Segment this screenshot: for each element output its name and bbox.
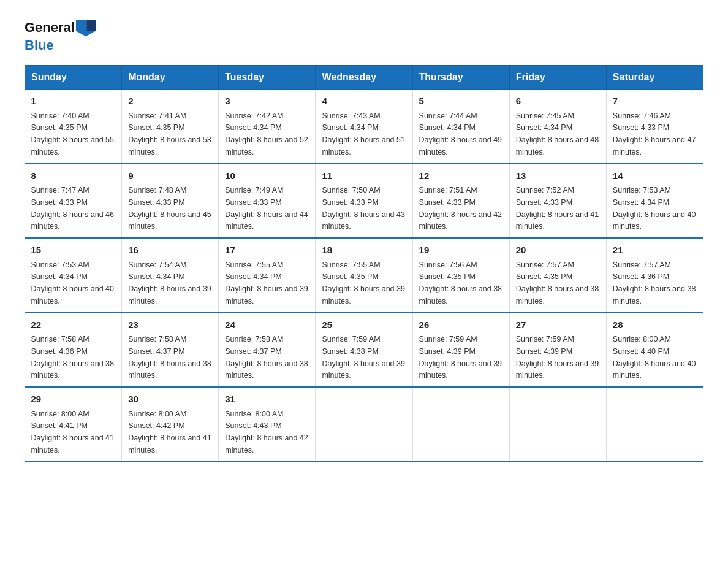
day-cell: 16Sunrise: 7:54 AMSunset: 4:34 PMDayligh…	[122, 238, 219, 313]
sunset-info: Sunset: 4:34 PM	[225, 123, 281, 132]
sunset-info: Sunset: 4:39 PM	[516, 347, 572, 356]
sunset-info: Sunset: 4:39 PM	[419, 347, 476, 356]
daylight-info: Daylight: 8 hours and 41 minutes.	[31, 434, 115, 454]
week-row-4: 22Sunrise: 7:58 AMSunset: 4:36 PMDayligh…	[25, 313, 703, 388]
day-cell: 26Sunrise: 7:59 AMSunset: 4:39 PMDayligh…	[412, 313, 509, 388]
sunrise-info: Sunrise: 7:57 AM	[613, 261, 671, 269]
sunset-info: Sunset: 4:33 PM	[31, 198, 88, 207]
sunset-info: Sunset: 4:34 PM	[128, 272, 184, 281]
day-cell: 3Sunrise: 7:42 AMSunset: 4:34 PMDaylight…	[219, 90, 316, 164]
day-cell: 29Sunrise: 8:00 AMSunset: 4:41 PMDayligh…	[25, 387, 122, 462]
day-cell: 19Sunrise: 7:56 AMSunset: 4:35 PMDayligh…	[412, 238, 509, 313]
sunrise-info: Sunrise: 7:53 AM	[31, 261, 89, 269]
sunset-info: Sunset: 4:35 PM	[419, 272, 476, 281]
day-number: 9	[128, 169, 212, 183]
sunrise-info: Sunrise: 7:41 AM	[128, 112, 186, 120]
day-number: 6	[516, 94, 600, 109]
day-number: 15	[31, 243, 116, 258]
sunset-info: Sunset: 4:35 PM	[31, 123, 88, 132]
day-cell: 2Sunrise: 7:41 AMSunset: 4:35 PMDaylight…	[122, 90, 219, 164]
sunrise-info: Sunrise: 7:45 AM	[516, 112, 574, 120]
day-cell: 4Sunrise: 7:43 AMSunset: 4:34 PMDaylight…	[316, 90, 412, 164]
logo-icon	[76, 18, 96, 38]
page-header: General Blue	[25, 18, 703, 53]
sunset-info: Sunset: 4:35 PM	[128, 123, 184, 132]
day-header-sunday: Sunday	[25, 66, 122, 90]
day-number: 2	[128, 94, 212, 109]
sunset-info: Sunset: 4:36 PM	[31, 347, 88, 356]
day-number: 3	[225, 94, 309, 109]
daylight-info: Daylight: 8 hours and 53 minutes.	[128, 136, 211, 156]
sunset-info: Sunset: 4:34 PM	[516, 123, 572, 132]
sunset-info: Sunset: 4:34 PM	[419, 123, 476, 132]
sunrise-info: Sunrise: 7:58 AM	[128, 335, 186, 343]
sunset-info: Sunset: 4:35 PM	[322, 272, 378, 281]
sunrise-info: Sunrise: 7:43 AM	[322, 112, 380, 120]
daylight-info: Daylight: 8 hours and 44 minutes.	[225, 210, 308, 231]
day-cell	[412, 387, 509, 462]
day-header-saturday: Saturday	[606, 66, 703, 90]
daylight-info: Daylight: 8 hours and 46 minutes.	[31, 210, 115, 231]
day-cell: 6Sunrise: 7:45 AMSunset: 4:34 PMDaylight…	[509, 90, 606, 164]
day-cell: 15Sunrise: 7:53 AMSunset: 4:34 PMDayligh…	[25, 238, 122, 313]
daylight-info: Daylight: 8 hours and 42 minutes.	[419, 210, 502, 231]
sunrise-info: Sunrise: 7:49 AM	[225, 186, 283, 194]
day-number: 17	[225, 243, 309, 258]
day-number: 5	[419, 94, 503, 109]
day-number: 29	[31, 393, 116, 407]
daylight-info: Daylight: 8 hours and 48 minutes.	[516, 136, 599, 156]
day-number: 11	[322, 169, 406, 183]
sunrise-info: Sunrise: 7:46 AM	[613, 112, 671, 120]
sunrise-info: Sunrise: 8:00 AM	[128, 410, 186, 418]
day-header-wednesday: Wednesday	[316, 66, 412, 90]
daylight-info: Daylight: 8 hours and 39 minutes.	[225, 285, 308, 305]
logo-blue: Blue	[25, 37, 54, 53]
sunset-info: Sunset: 4:33 PM	[516, 198, 572, 207]
day-cell: 9Sunrise: 7:48 AMSunset: 4:33 PMDaylight…	[122, 164, 219, 239]
sunset-info: Sunset: 4:34 PM	[31, 272, 88, 281]
day-cell: 5Sunrise: 7:44 AMSunset: 4:34 PMDaylight…	[412, 90, 509, 164]
daylight-info: Daylight: 8 hours and 38 minutes.	[31, 359, 115, 380]
sunset-info: Sunset: 4:34 PM	[225, 272, 281, 281]
sunrise-info: Sunrise: 7:58 AM	[31, 335, 89, 343]
day-header-friday: Friday	[509, 66, 606, 90]
sunset-info: Sunset: 4:34 PM	[613, 198, 669, 207]
day-number: 10	[225, 169, 309, 183]
day-number: 1	[31, 94, 116, 109]
daylight-info: Daylight: 8 hours and 38 minutes.	[225, 359, 308, 380]
day-number: 28	[613, 318, 697, 332]
day-number: 24	[225, 318, 309, 332]
calendar-table: SundayMondayTuesdayWednesdayThursdayFrid…	[25, 65, 703, 462]
day-header-monday: Monday	[122, 66, 219, 90]
daylight-info: Daylight: 8 hours and 40 minutes.	[613, 359, 696, 380]
sunset-info: Sunset: 4:42 PM	[128, 421, 184, 430]
day-cell: 1Sunrise: 7:40 AMSunset: 4:35 PMDaylight…	[25, 90, 122, 164]
daylight-info: Daylight: 8 hours and 40 minutes.	[613, 210, 696, 231]
sunrise-info: Sunrise: 7:59 AM	[419, 335, 477, 343]
sunrise-info: Sunrise: 7:59 AM	[322, 335, 380, 343]
day-number: 12	[419, 169, 503, 183]
day-number: 4	[322, 94, 406, 109]
day-cell: 7Sunrise: 7:46 AMSunset: 4:33 PMDaylight…	[606, 90, 703, 164]
sunrise-info: Sunrise: 7:56 AM	[419, 261, 477, 269]
day-number: 8	[31, 169, 116, 183]
daylight-info: Daylight: 8 hours and 41 minutes.	[516, 210, 599, 231]
sunset-info: Sunset: 4:35 PM	[516, 272, 572, 281]
day-number: 13	[516, 169, 600, 183]
daylight-info: Daylight: 8 hours and 39 minutes.	[128, 285, 211, 305]
logo-text: General Blue	[25, 18, 96, 53]
daylight-info: Daylight: 8 hours and 51 minutes.	[322, 136, 405, 156]
daylight-info: Daylight: 8 hours and 38 minutes.	[128, 359, 211, 380]
sunrise-info: Sunrise: 7:55 AM	[322, 261, 380, 269]
day-cell: 20Sunrise: 7:57 AMSunset: 4:35 PMDayligh…	[509, 238, 606, 313]
daylight-info: Daylight: 8 hours and 38 minutes.	[613, 285, 696, 305]
daylight-info: Daylight: 8 hours and 49 minutes.	[419, 136, 502, 156]
day-cell: 31Sunrise: 8:00 AMSunset: 4:43 PMDayligh…	[219, 387, 316, 462]
day-cell: 23Sunrise: 7:58 AMSunset: 4:37 PMDayligh…	[122, 313, 219, 388]
sunrise-info: Sunrise: 7:55 AM	[225, 261, 283, 269]
week-row-3: 15Sunrise: 7:53 AMSunset: 4:34 PMDayligh…	[25, 238, 703, 313]
day-cell: 8Sunrise: 7:47 AMSunset: 4:33 PMDaylight…	[25, 164, 122, 239]
calendar-body: 1Sunrise: 7:40 AMSunset: 4:35 PMDaylight…	[25, 90, 703, 462]
sunset-info: Sunset: 4:37 PM	[225, 347, 281, 356]
day-cell: 30Sunrise: 8:00 AMSunset: 4:42 PMDayligh…	[122, 387, 219, 462]
